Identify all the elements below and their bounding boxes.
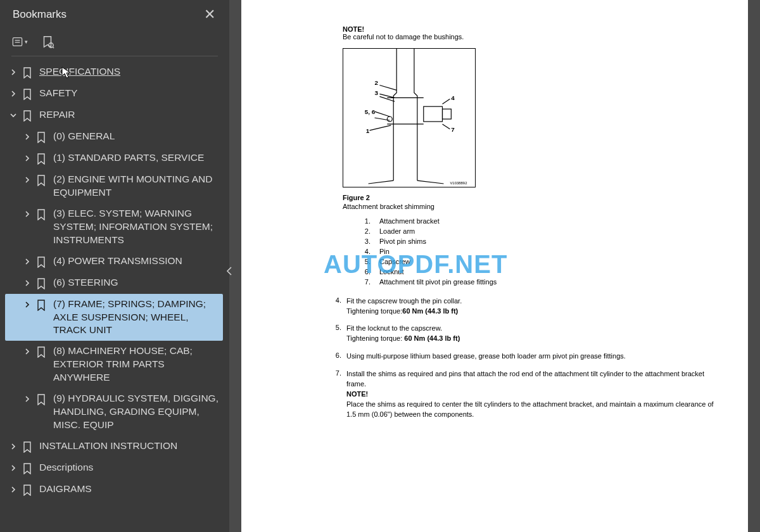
callout-7: 7	[451, 126, 455, 133]
bookmark-item[interactable]: DAIGRAMS	[5, 479, 223, 500]
part-name: Loader arm	[379, 227, 415, 237]
chevron-right-icon[interactable]	[23, 299, 32, 310]
bookmark-item[interactable]: (0) GENERAL	[5, 126, 223, 148]
bookmark-item[interactable]: Descriptions	[5, 457, 223, 479]
sidebar-divider	[11, 56, 218, 56]
part-name: Pivot pin shims	[379, 237, 426, 247]
bookmark-icon	[35, 174, 47, 187]
bookmark-label: (4) POWER TRANSMISSION	[53, 255, 220, 268]
chevron-right-icon[interactable]	[23, 393, 32, 405]
step-line: Using multi-purpose lithium based grease…	[346, 352, 716, 362]
sidebar-toolbar: ▾	[0, 29, 229, 56]
bookmark-icon	[35, 299, 47, 312]
chevron-right-icon[interactable]	[23, 153, 32, 164]
svg-line-17	[442, 124, 450, 129]
bookmark-item[interactable]: (9) HYDRAULIC SYSTEM, DIGGING, HANDLING,…	[5, 388, 223, 436]
bookmark-icon	[22, 88, 33, 101]
chevron-right-icon[interactable]	[9, 484, 18, 495]
bookmark-label: INSTALLATION INSTRUCTION	[39, 440, 220, 453]
document-page: NOTE! Be careful not to damage the bushi…	[241, 0, 748, 532]
chevron-right-icon[interactable]	[23, 208, 32, 220]
sidebar-collapse-handle[interactable]	[225, 265, 234, 277]
bookmark-label: (1) STANDARD PARTS, SERVICE	[53, 151, 220, 165]
step-line: NOTE!	[346, 390, 716, 400]
step-line: Place the shims as required to center th…	[346, 400, 716, 420]
options-dropdown-button[interactable]: ▾	[11, 34, 28, 49]
procedure-steps: 4.Fit the capscrew trough the pin collar…	[330, 296, 716, 420]
bookmark-icon	[35, 131, 47, 144]
svg-line-13	[379, 85, 396, 90]
step-body: Using multi-purpose lithium based grease…	[346, 352, 716, 362]
bookmark-label: (2) ENGINE WITH MOUNTING AND EQUIPMENT	[53, 173, 220, 200]
bookmarks-sidebar: Bookmarks ✕ ▾ SPECIFICATIONSSAFETYREPAIR…	[0, 0, 229, 532]
bookmark-icon	[35, 208, 47, 221]
chevron-right-icon[interactable]	[9, 66, 18, 78]
chevron-right-icon[interactable]	[9, 441, 18, 452]
step-number: 6.	[330, 352, 341, 362]
step-body: Fit the locknut to the capscrew.Tighteni…	[346, 324, 716, 344]
bookmark-icon	[35, 346, 47, 358]
step-body: Fit the capscrew trough the pin collar.T…	[346, 296, 716, 317]
figure-caption: Attachment bracket shimming	[343, 203, 716, 210]
step-line: Fit the capscrew trough the pin collar.	[346, 296, 716, 307]
parts-legend: 1.Attachment bracket2.Loader arm3.Pivot …	[362, 217, 716, 288]
document-viewport[interactable]: NOTE! Be careful not to damage the bushi…	[229, 0, 760, 532]
bookmark-label: Descriptions	[39, 461, 220, 474]
chevron-right-icon[interactable]	[23, 256, 32, 267]
bookmark-item[interactable]: (4) POWER TRANSMISSION	[5, 251, 223, 272]
bookmark-label: (9) HYDRAULIC SYSTEM, DIGGING, HANDLING,…	[53, 392, 220, 432]
bookmark-item[interactable]: (2) ENGINE WITH MOUNTING AND EQUIPMENT	[5, 169, 223, 203]
note-block: NOTE! Be careful not to damage the bushi…	[343, 25, 716, 41]
bookmark-tree[interactable]: SPECIFICATIONSSAFETYREPAIR(0) GENERAL(1)…	[0, 60, 229, 532]
bookmark-icon	[35, 256, 47, 269]
step-body: Install the shims as required and pins t…	[346, 369, 716, 420]
bookmark-item[interactable]: (7) FRAME; SPRINGS; DAMPING; AXLE SUSPEN…	[5, 294, 223, 341]
chevron-right-icon[interactable]	[9, 462, 18, 474]
parts-legend-row: 5.Capscrew	[362, 257, 716, 267]
bookmark-label: DAIGRAMS	[39, 483, 220, 496]
bookmark-item[interactable]: (3) ELEC. SYSTEM; WARNING SYSTEM; INFORM…	[5, 203, 223, 251]
bookmark-item[interactable]: REPAIR	[5, 104, 223, 126]
bookmark-item[interactable]: INSTALLATION INSTRUCTION	[5, 436, 223, 457]
close-icon[interactable]: ✕	[199, 4, 220, 25]
parts-legend-row: 4.Pin	[362, 247, 716, 257]
bookmark-label: SPECIFICATIONS	[39, 65, 220, 79]
bookmark-item[interactable]: SAFETY	[5, 83, 223, 104]
chevron-right-icon[interactable]	[9, 88, 18, 99]
procedure-step: 4.Fit the capscrew trough the pin collar…	[330, 296, 716, 317]
step-line: Tightening torque: 60 Nm (44.3 lb ft)	[346, 334, 716, 344]
bookmark-item[interactable]: SPECIFICATIONS	[5, 61, 223, 83]
procedure-step: 6.Using multi-purpose lithium based grea…	[330, 352, 716, 362]
bookmark-item[interactable]: (1) STANDARD PARTS, SERVICE	[5, 148, 223, 169]
step-line: Fit the locknut to the capscrew.	[346, 324, 716, 334]
part-name: Locknut	[379, 267, 404, 277]
figure-id: V1038892	[450, 181, 467, 185]
figure-label: Figure 2	[343, 194, 716, 201]
svg-line-16	[442, 99, 450, 104]
bookmark-label: (0) GENERAL	[53, 130, 220, 143]
step-line: Install the shims as required and pins t…	[346, 369, 716, 390]
bookmark-label: SAFETY	[39, 87, 220, 100]
part-name: Attachment bracket	[379, 217, 440, 227]
part-number: 1.	[362, 217, 370, 227]
bookmark-item[interactable]: (6) STEERING	[5, 272, 223, 294]
bookmark-label: (3) ELEC. SYSTEM; WARNING SYSTEM; INFORM…	[53, 207, 220, 247]
chevron-down-icon[interactable]	[9, 110, 18, 121]
svg-rect-8	[442, 109, 451, 119]
sidebar-header: Bookmarks ✕	[0, 0, 229, 29]
find-bookmark-icon[interactable]	[39, 34, 56, 49]
chevron-right-icon[interactable]	[23, 346, 32, 357]
callout-4: 4	[451, 94, 455, 101]
callout-56: 5, 6	[365, 108, 376, 115]
chevron-right-icon[interactable]	[23, 174, 32, 186]
svg-rect-0	[13, 38, 22, 46]
note-text: Be careful not to damage the bushings.	[343, 33, 464, 41]
chevron-right-icon[interactable]	[23, 131, 32, 142]
step-line: Tightening torque:60 Nm (44.3 lb ft)	[346, 307, 716, 317]
bookmark-item[interactable]: (8) MACHINERY HOUSE; CAB; EXTERIOR TRIM …	[5, 341, 223, 388]
parts-legend-row: 3.Pivot pin shims	[362, 237, 716, 247]
chevron-right-icon[interactable]	[23, 277, 32, 289]
step-number: 4.	[330, 296, 341, 317]
bookmark-label: REPAIR	[39, 108, 220, 122]
part-number: 3.	[362, 237, 370, 247]
